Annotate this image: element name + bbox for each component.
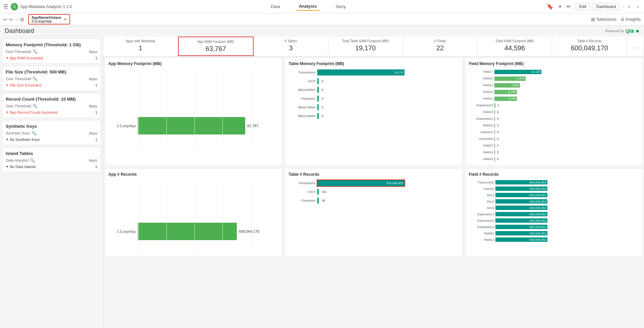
fr-expression3: Expression3 600,848,953	[469, 224, 639, 230]
field-memory-bars: Field17 14,135 Field19 9,378 Field13 7,6…	[469, 69, 639, 162]
f-bar-field16: Field16 0	[469, 109, 639, 115]
app-memory-bar	[138, 117, 245, 134]
kpi-table-ram-value: 19,170	[332, 44, 399, 52]
f-bar-expression1: Expression1 0	[469, 116, 639, 122]
island-row-label: ▼ No Data Islands	[6, 165, 36, 169]
top-nav-center: Data Analysis Story	[72, 2, 545, 11]
kpi-more[interactable]: …	[627, 37, 644, 56]
memory-search-icon[interactable]: 🔍	[33, 49, 38, 54]
fr-expression1-bar: 600,848,953	[495, 212, 547, 216]
f-bar-field18: Field18 0	[469, 122, 639, 128]
sel-bar-right: ⊞ Selections ılı Insights	[591, 17, 641, 22]
record-row-value: 1	[95, 110, 97, 114]
f-bar-field13: Field13 7,666	[469, 82, 639, 88]
edit-button[interactable]: Edit	[576, 3, 590, 10]
kpi-apps-metadata-label: Apps with Metadata	[107, 39, 174, 43]
tab-analysis[interactable]: Analysis	[296, 2, 319, 11]
f-bar-asciiNum: AsciiNum 0	[469, 129, 639, 135]
kpi-tables: # Tables 3	[254, 37, 328, 56]
f-bar-field11: Field11 6,788	[469, 96, 639, 102]
main-content: Memory Footprint (Threshold: 1 GB) Over …	[0, 37, 644, 328]
app-records-bar-label: 3.1LargeApp	[108, 230, 138, 233]
insights-btn[interactable]: ılı Insights	[621, 17, 641, 22]
memory-row-label: ▼ App RAM Exceeded	[6, 56, 43, 60]
asciiNum-bar	[494, 130, 495, 134]
field-memory-chart-card: Field Memory Footprint (MB) Field17 14,1…	[465, 58, 643, 166]
translineID-bar: 600,848,953	[495, 180, 547, 184]
island-tables-title: Island Tables	[6, 151, 97, 156]
hamburger-icon[interactable]: ☰	[3, 3, 8, 10]
field-records-bars: TransLineID 600,848,953 TransID 600,848,…	[469, 179, 639, 242]
redo-icon[interactable]: ↪	[9, 17, 13, 22]
fr-field11: Field11 600,848,953	[469, 237, 639, 242]
chip-value: 3.1LargeApp	[32, 19, 61, 23]
grid-icon[interactable]: ⊞	[20, 17, 24, 22]
kpi-tables-value: 3	[258, 44, 324, 52]
kpi-fields-value: 22	[407, 44, 473, 52]
synthetic-keys-header: Synthetic Keys 🔍 Apps	[6, 131, 97, 135]
kpi-table-ram-label: Total Table RAM Footprint (MB)	[332, 39, 399, 43]
kpi-table-records-label: Table # Records	[556, 39, 623, 43]
f-bar-field14: Field14 0	[469, 149, 639, 155]
memory-row-text: App RAM Exceeded	[10, 56, 43, 60]
record-row-text: App Record Count Exceeded	[10, 110, 57, 114]
table-bar-systable4: $$SysTable4 0	[288, 104, 459, 111]
synth-search-icon[interactable]: 🔍	[32, 131, 37, 135]
forward-nav-icon[interactable]: →	[14, 17, 19, 22]
fr-field11-bar: 600,848,953	[495, 237, 547, 242]
selections-btn[interactable]: ⊞ Selections	[591, 17, 616, 22]
app-bar-value: 63,767	[247, 124, 259, 128]
tab-data[interactable]: Data	[268, 3, 282, 10]
record-count-header: Over Threshold 🔍 Apps	[6, 104, 97, 108]
app-logo: Q App Metadata Analyzer 1.1.0	[11, 3, 72, 10]
kpi-fields-label: # Fields	[407, 39, 473, 43]
synth-keys-label: Synthetic Keys	[6, 131, 30, 135]
file-search-icon[interactable]: 🔍	[33, 76, 38, 81]
memory-footprint-title: Memory Footprint (Threshold: 1 GB)	[6, 42, 97, 47]
pencil-icon[interactable]: ✏	[565, 3, 573, 10]
chip-close-icon[interactable]: ✕	[63, 17, 67, 22]
file-row-label: ▼ File Size Exceeded	[6, 83, 41, 87]
record-over-threshold-label: Over Threshold	[6, 104, 31, 108]
field13-bar: 7,666	[494, 83, 520, 88]
app-records-chart-card: App # Records 3.1LargeApp 600,049,170	[105, 168, 282, 257]
f-bar-expression3: Expression3 1	[469, 102, 639, 108]
tab-story[interactable]: Story	[333, 3, 348, 10]
file-row-text: File Size Exceeded	[10, 83, 41, 87]
record-apps-label: Apps	[89, 104, 97, 108]
file-size-card: File Size (Threshold: 500 MB) Over Thres…	[2, 66, 101, 91]
app-records-title: App # Records	[108, 172, 278, 177]
file-apps-label: Apps	[89, 77, 97, 81]
dash-title-bar: Dashboard Powered by Qlik ●	[0, 25, 644, 37]
dashboard-button[interactable]: Dashboard	[593, 3, 620, 10]
kpi-row: Apps with Metadata 1 App RAM Footprint (…	[103, 37, 644, 56]
field-memory-title: Field Memory Footprint (MB)	[469, 61, 639, 66]
forward-btn[interactable]: ›	[635, 3, 641, 10]
characters-bar	[317, 96, 319, 102]
insights-label: Insights	[626, 17, 641, 22]
fr-field10: Field10 600,848,953	[469, 230, 639, 236]
kpi-ram-value: 63,767	[183, 45, 249, 53]
synth-apps-label: Apps	[89, 131, 97, 135]
kpi-fields: # Fields 22	[403, 37, 478, 56]
systable5-bar	[317, 113, 319, 119]
undo-icon[interactable]: ↩	[3, 17, 7, 22]
kpi-ram-label: App RAM Footprint (MB)	[183, 40, 249, 44]
top-nav-right: 🔖 ▼ ✏ Edit Dashboard ▫ ‹ ›	[545, 3, 641, 10]
fr-expression2-bar: 600,848,953	[495, 218, 547, 223]
ascii-bar	[317, 78, 319, 84]
bookmark-btn[interactable]: 🔖	[545, 3, 555, 10]
app-memory-title: App Memory Footprint (MB)	[108, 61, 278, 66]
bottom-charts-grid: App # Records 3.1LargeApp 600,049,170	[103, 167, 644, 258]
field11-bar: 6,788	[494, 97, 517, 101]
expression3-bar	[494, 103, 495, 108]
fr-translineID: TransLineID 600,848,953	[469, 179, 639, 185]
kpi-ram-footprint: App RAM Footprint (MB) 63,767	[178, 37, 254, 56]
field-records-title: Field # Records	[469, 172, 639, 177]
fr-dim2: Dim2 600,848,953	[469, 199, 639, 204]
back-btn[interactable]: ‹	[626, 3, 632, 10]
record-search-icon[interactable]: 🔍	[33, 104, 38, 108]
table-records-title: Table # Records	[288, 172, 459, 177]
dim3-bar: 600,848,953	[495, 206, 547, 210]
island-search-icon[interactable]: 🔍	[30, 158, 35, 163]
